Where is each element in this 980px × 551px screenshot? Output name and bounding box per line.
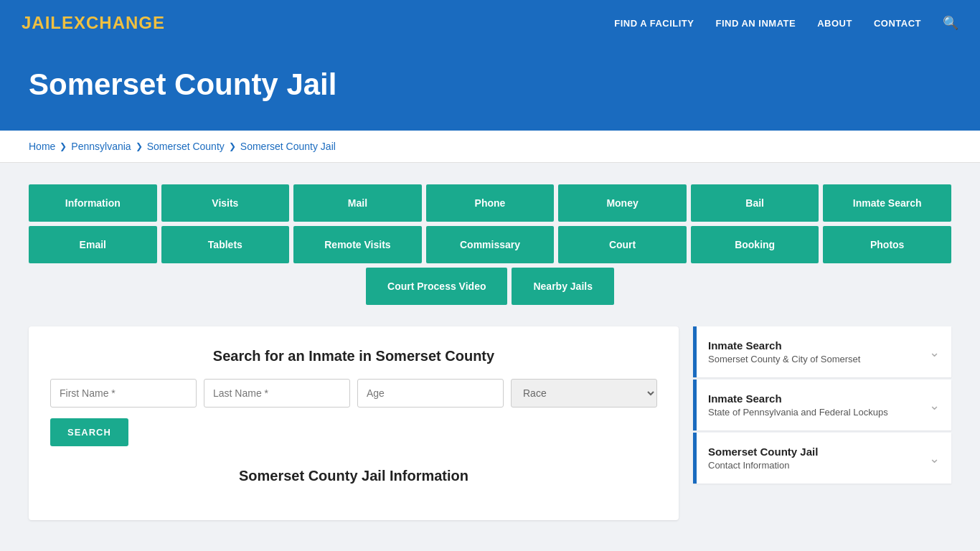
breadcrumb-bar: Home ❯ Pennsylvania ❯ Somerset County ❯ …	[0, 131, 980, 163]
sidebar: Inmate Search Somerset County & City of …	[693, 326, 951, 486]
sidebar-item-text-1: Inmate Search Somerset County & City of …	[708, 339, 860, 364]
logo-highlight: EXCHANGE	[62, 13, 165, 32]
nav-about[interactable]: ABOUT	[817, 18, 852, 29]
breadcrumb-somerset-county[interactable]: Somerset County	[147, 141, 225, 152]
breadcrumb-sep-1: ❯	[60, 141, 67, 151]
sidebar-title-2: Inmate Search	[708, 392, 888, 405]
sidebar-item-text-2: Inmate Search State of Pennsylvania and …	[708, 392, 888, 418]
logo-part1: JAIL	[22, 13, 62, 32]
btn-phone[interactable]: Phone	[426, 184, 555, 222]
breadcrumb: Home ❯ Pennsylvania ❯ Somerset County ❯ …	[29, 141, 951, 152]
nav-find-inmate[interactable]: FIND AN INMATE	[715, 18, 796, 29]
category-buttons-row2: Email Tablets Remote Visits Commissary C…	[29, 226, 951, 263]
chevron-down-icon-2: ⌄	[929, 397, 940, 413]
first-name-input[interactable]	[50, 379, 197, 408]
logo[interactable]: JAILEXCHANGE	[22, 13, 165, 33]
breadcrumb-pennsylvania[interactable]: Pennsylvania	[71, 141, 131, 152]
nav-contact[interactable]: CONTACT	[874, 18, 921, 29]
sidebar-title-1: Inmate Search	[708, 339, 860, 352]
btn-commissary[interactable]: Commissary	[426, 226, 555, 263]
btn-tablets[interactable]: Tablets	[161, 226, 290, 263]
btn-booking[interactable]: Booking	[691, 226, 819, 263]
btn-photos[interactable]: Photos	[823, 226, 951, 263]
btn-email[interactable]: Email	[29, 226, 157, 263]
info-section-title: Somerset County Jail Information	[50, 468, 657, 484]
search-title: Search for an Inmate in Somerset County	[50, 348, 657, 364]
chevron-down-icon-3: ⌄	[929, 451, 940, 466]
btn-remote-visits[interactable]: Remote Visits	[293, 226, 422, 263]
search-card: Search for an Inmate in Somerset County …	[29, 326, 679, 520]
search-icon[interactable]: 🔍	[943, 15, 958, 31]
age-input[interactable]	[357, 379, 504, 408]
sidebar-item-text-3: Somerset County Jail Contact Information	[708, 446, 818, 471]
lower-section: Search for an Inmate in Somerset County …	[29, 326, 951, 520]
sidebar-sub-3: Contact Information	[708, 460, 818, 471]
search-form-row: Race White Black Hispanic Asian Other	[50, 379, 657, 408]
search-button[interactable]: SEARCH	[50, 418, 128, 446]
btn-nearby-jails[interactable]: Nearby Jails	[512, 268, 614, 305]
last-name-input[interactable]	[204, 379, 350, 408]
breadcrumb-sep-3: ❯	[229, 141, 236, 151]
content-area: Information Visits Mail Phone Money Bail…	[0, 163, 980, 542]
btn-visits[interactable]: Visits	[161, 184, 290, 222]
breadcrumb-current: Somerset County Jail	[240, 141, 336, 152]
breadcrumb-sep-2: ❯	[136, 141, 143, 151]
navbar: JAILEXCHANGE FIND A FACILITY FIND AN INM…	[0, 0, 980, 46]
category-buttons-row1: Information Visits Mail Phone Money Bail…	[29, 184, 951, 222]
btn-mail[interactable]: Mail	[293, 184, 422, 222]
breadcrumb-home[interactable]: Home	[29, 141, 55, 152]
btn-information[interactable]: Information	[29, 184, 157, 222]
btn-court[interactable]: Court	[558, 226, 687, 263]
btn-bail[interactable]: Bail	[691, 184, 819, 222]
nav-find-facility[interactable]: FIND A FACILITY	[614, 18, 694, 29]
btn-money[interactable]: Money	[558, 184, 687, 222]
sidebar-title-3: Somerset County Jail	[708, 446, 818, 458]
sidebar-sub-1: Somerset County & City of Somerset	[708, 354, 860, 364]
race-select[interactable]: Race White Black Hispanic Asian Other	[511, 379, 657, 408]
chevron-down-icon-1: ⌄	[929, 344, 940, 360]
nav-links: FIND A FACILITY FIND AN INMATE ABOUT CON…	[614, 15, 958, 31]
btn-inmate-search[interactable]: Inmate Search	[823, 184, 951, 222]
page-title: Somerset County Jail	[29, 67, 951, 102]
sidebar-item-contact-info[interactable]: Somerset County Jail Contact Information…	[693, 433, 951, 484]
category-buttons-row3: Court Process Video Nearby Jails	[29, 268, 951, 305]
hero-section: Somerset County Jail	[0, 46, 980, 131]
sidebar-sub-2: State of Pennsylvania and Federal Lockup…	[708, 407, 888, 418]
btn-court-process-video[interactable]: Court Process Video	[366, 268, 507, 305]
sidebar-item-inmate-search-state[interactable]: Inmate Search State of Pennsylvania and …	[693, 380, 951, 430]
sidebar-item-inmate-search-somerset[interactable]: Inmate Search Somerset County & City of …	[693, 326, 951, 377]
